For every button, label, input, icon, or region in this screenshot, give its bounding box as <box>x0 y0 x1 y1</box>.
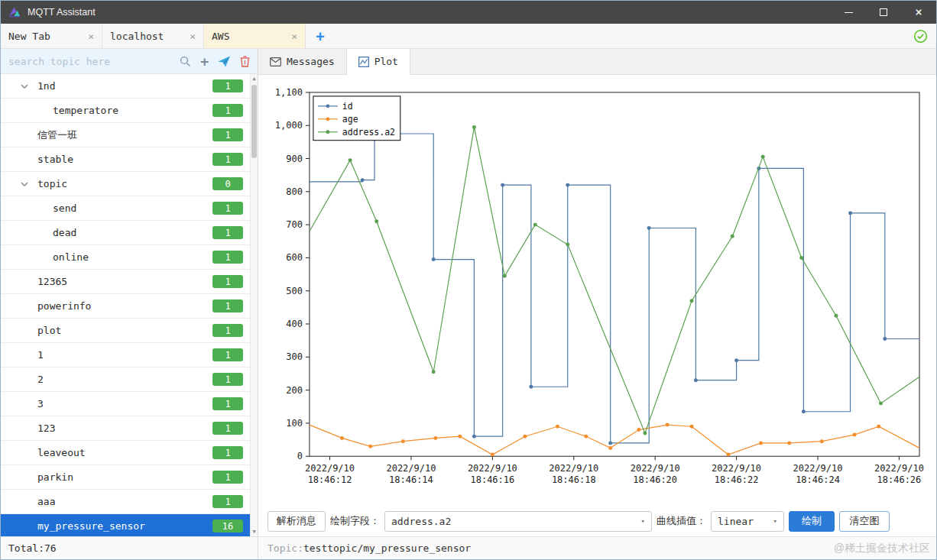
topic-label: 1 <box>37 349 44 361</box>
connection-tab-new-tab[interactable]: New Tab× <box>1 24 102 48</box>
sidebar-scrollbar[interactable]: ▲ ▼ <box>250 74 258 536</box>
topic-badge: 1 <box>212 104 243 117</box>
chevron-down-icon[interactable] <box>21 84 28 89</box>
tab-label: AWS <box>212 31 229 42</box>
topic-row-stable[interactable]: stable1 <box>1 147 250 172</box>
chevron-down-icon: ▾ <box>767 517 777 525</box>
svg-text:id: id <box>342 101 353 112</box>
tab-messages[interactable]: Messages <box>258 49 347 74</box>
scroll-up-icon[interactable]: ▲ <box>251 76 258 82</box>
topic-badge: 1 <box>212 397 243 410</box>
topic-label: stable <box>37 154 73 165</box>
topic-badge: 1 <box>212 348 243 361</box>
topic-row-1nd[interactable]: 1nd1 <box>1 74 250 99</box>
connection-tab-aws[interactable]: AWS× <box>204 24 306 48</box>
topic-badge: 1 <box>212 299 243 312</box>
topic-row-my_pressure_sensor[interactable]: my_pressure_sensor16 <box>1 514 250 536</box>
connection-tabbar: New Tab×localhost×AWS× + <box>1 24 936 49</box>
topic-row-topic[interactable]: topic0 <box>1 172 250 196</box>
svg-text:400: 400 <box>286 319 303 329</box>
draw-button[interactable]: 绘制 <box>789 511 835 532</box>
svg-text:age: age <box>342 114 358 125</box>
plot-controls: 解析消息 绘制字段： address.a2 ▾ 曲线插值： linear ▾ 绘… <box>258 506 936 536</box>
svg-text:700: 700 <box>286 219 303 230</box>
svg-text:2022/9/10: 2022/9/10 <box>305 463 355 474</box>
topic-badge: 1 <box>212 79 243 92</box>
interpolation-label: 曲线插值： <box>657 514 706 528</box>
topic-row-1[interactable]: 11 <box>1 343 250 367</box>
close-button[interactable]: × <box>901 1 936 24</box>
search-input[interactable] <box>8 56 170 67</box>
topic-label: temperatore <box>53 105 118 116</box>
connection-status <box>913 24 936 48</box>
search-icon[interactable] <box>180 56 191 67</box>
tab-close-icon[interactable]: × <box>88 31 94 42</box>
topic-label: 2 <box>37 374 44 385</box>
tab-close-icon[interactable]: × <box>291 31 297 42</box>
topic-label: topic <box>37 178 67 189</box>
topic-label: 1nd <box>37 80 55 92</box>
topic-row-3[interactable]: 31 <box>1 392 250 416</box>
svg-text:900: 900 <box>286 154 303 164</box>
tab-strip: New Tab×localhost×AWS× <box>1 24 306 48</box>
topic-label: powerinfo <box>37 300 91 312</box>
field-select[interactable]: address.a2 ▾ <box>384 511 652 532</box>
svg-text:600: 600 <box>286 252 303 263</box>
minimize-button[interactable] <box>831 1 866 24</box>
clear-chart-button[interactable]: 清空图 <box>839 511 890 532</box>
topic-badge: 1 <box>212 128 243 141</box>
field-select-value: address.a2 <box>391 516 451 527</box>
scroll-down-icon[interactable]: ▼ <box>251 529 258 535</box>
topic-row-temperatore[interactable]: temperatore1 <box>1 99 250 123</box>
topic-row-plot[interactable]: plot1 <box>1 319 250 343</box>
topic-badge: 1 <box>212 275 243 288</box>
field-label: 绘制字段： <box>330 514 380 528</box>
connection-tab-localhost[interactable]: localhost× <box>102 24 204 48</box>
add-connection-button[interactable]: + <box>306 24 335 48</box>
scrollbar-thumb[interactable] <box>251 85 257 158</box>
topic-row-aaa[interactable]: aaa1 <box>1 490 250 514</box>
add-topic-icon[interactable]: + <box>200 53 209 70</box>
topic-label: 123 <box>37 422 55 434</box>
content: + 1nd1temperatore1信管一班1stable1topic0send… <box>1 49 936 536</box>
chevron-down-icon: ▾ <box>635 517 645 525</box>
svg-text:18:46:22: 18:46:22 <box>715 474 759 485</box>
topic-badge: 1 <box>212 373 243 386</box>
topic-badge: 1 <box>212 495 243 508</box>
svg-text:2022/9/10: 2022/9/10 <box>549 463 598 474</box>
total-label: Total:76 <box>8 542 57 554</box>
send-icon[interactable] <box>218 56 231 67</box>
topic-row-powerinfo[interactable]: powerinfo1 <box>1 294 250 319</box>
svg-text:800: 800 <box>286 186 303 197</box>
topic-row-send[interactable]: send1 <box>1 196 250 221</box>
topic-label: 3 <box>37 398 44 409</box>
svg-text:18:46:16: 18:46:16 <box>470 474 514 485</box>
topic-row-leaveout[interactable]: leaveout1 <box>1 441 250 465</box>
topic-row-123[interactable]: 1231 <box>1 416 250 441</box>
topic-row-12365[interactable]: 123651 <box>1 270 250 294</box>
chevron-down-icon[interactable] <box>21 182 28 186</box>
topic-row-online[interactable]: online1 <box>1 245 250 270</box>
topic-label: plot <box>37 325 61 336</box>
svg-text:address.a2: address.a2 <box>342 127 395 138</box>
app-window: MQTT Assistant × New Tab×localhost×AWS× … <box>0 0 937 560</box>
parse-message-button[interactable]: 解析消息 <box>267 511 326 532</box>
topic-row-2[interactable]: 21 <box>1 367 250 392</box>
topic-row-parkin[interactable]: parkin1 <box>1 465 250 490</box>
tab-close-icon[interactable]: × <box>190 31 196 42</box>
topic-badge: 1 <box>212 153 243 166</box>
topic-label: 12365 <box>37 276 67 287</box>
topic-label: 信管一班 <box>37 128 77 142</box>
titlebar: MQTT Assistant × <box>1 1 936 24</box>
svg-text:100: 100 <box>286 418 303 429</box>
sidebar: + 1nd1temperatore1信管一班1stable1topic0send… <box>1 49 258 536</box>
topic-row-dead[interactable]: dead1 <box>1 221 250 245</box>
messages-icon <box>270 57 281 66</box>
svg-text:2022/9/10: 2022/9/10 <box>712 463 761 474</box>
tab-plot[interactable]: Plot <box>347 49 410 75</box>
interpolation-select[interactable]: linear ▾ <box>711 511 784 532</box>
topic-row-信管一班[interactable]: 信管一班1 <box>1 123 250 147</box>
trash-icon[interactable] <box>240 56 250 67</box>
window-controls: × <box>831 1 936 24</box>
maximize-button[interactable] <box>866 1 901 24</box>
